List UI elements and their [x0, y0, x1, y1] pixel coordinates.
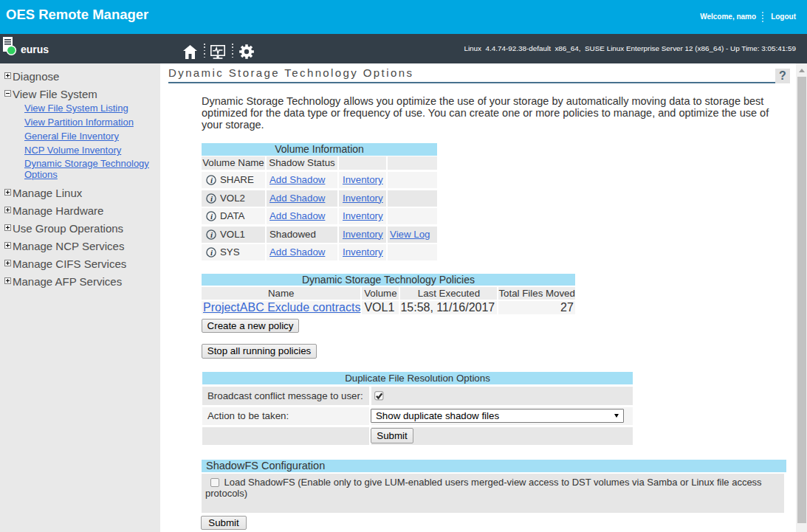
svg-text:i: i: [210, 176, 213, 184]
svg-text:i: i: [210, 229, 213, 238]
svg-text:i: i: [210, 248, 213, 257]
svg-text:i: i: [210, 193, 213, 202]
svg-text:i: i: [210, 212, 213, 221]
